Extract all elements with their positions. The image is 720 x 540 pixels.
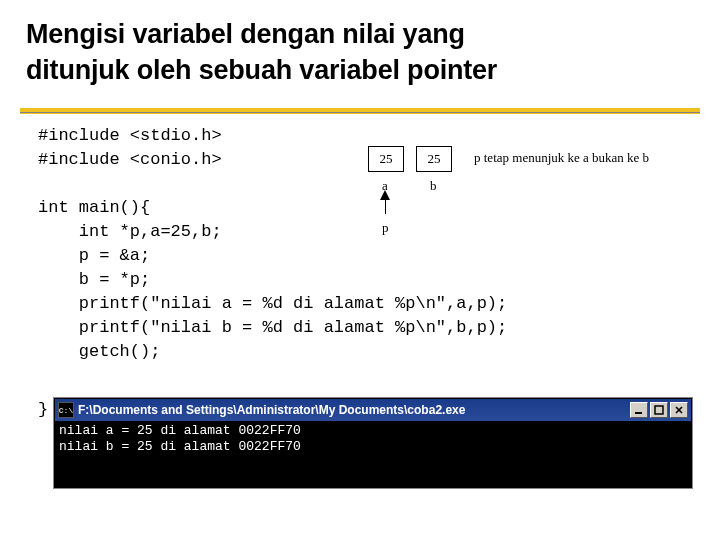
pointer-diagram: 25 25 a b p tetap menunjuk ke a bukan ke… — [368, 146, 698, 232]
window-controls — [630, 402, 688, 418]
title-underline — [20, 108, 700, 114]
box-b: 25 — [416, 146, 452, 172]
minimize-icon — [634, 405, 644, 415]
svg-rect-0 — [635, 412, 642, 414]
minimize-button[interactable] — [630, 402, 648, 418]
console-titlebar: C:\ F:\Documents and Settings\Administra… — [55, 399, 691, 421]
code-closing-brace: } — [38, 400, 48, 419]
box-a: 25 — [368, 146, 404, 172]
label-b: b — [430, 178, 437, 194]
console-title-text: F:\Documents and Settings\Administrator\… — [78, 403, 630, 417]
maximize-button[interactable] — [650, 402, 668, 418]
close-button[interactable] — [670, 402, 688, 418]
cmd-icon: C:\ — [58, 402, 74, 418]
close-icon — [674, 405, 684, 415]
label-p: p — [382, 220, 389, 236]
slide-title: Mengisi variabel dengan nilai yang ditun… — [26, 16, 666, 89]
title-line-1: Mengisi variabel dengan nilai yang — [26, 19, 465, 49]
console-window: C:\ F:\Documents and Settings\Administra… — [54, 398, 692, 488]
diagram-note: p tetap menunjuk ke a bukan ke b — [474, 150, 649, 166]
arrow-up-icon — [380, 190, 390, 200]
console-output: nilai a = 25 di alamat 0022FF70 nilai b … — [55, 421, 691, 487]
title-line-2: ditunjuk oleh sebuah variabel pointer — [26, 55, 497, 85]
svg-rect-1 — [655, 406, 663, 414]
maximize-icon — [654, 405, 664, 415]
